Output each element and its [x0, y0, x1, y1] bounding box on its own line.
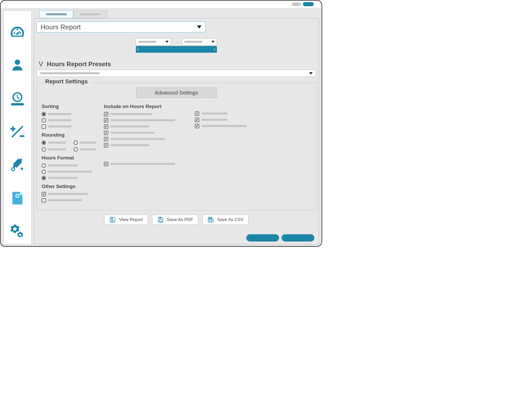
sidebar-item-settings[interactable]: [10, 223, 24, 238]
view-report-button[interactable]: View Report: [104, 215, 148, 225]
sidebar-item-time[interactable]: [9, 90, 26, 108]
option-label-placeholder: [48, 193, 88, 195]
checkbox-icon: [42, 192, 46, 196]
save-icon: [157, 216, 164, 223]
fieldset-legend: Report Settings: [43, 78, 90, 85]
radio-icon: [42, 176, 46, 180]
checkbox-icon: [104, 124, 108, 129]
radio-icon: [74, 141, 78, 145]
option-label-placeholder: [48, 164, 78, 166]
save-pdf-label: Save As PDF: [167, 217, 193, 222]
checkbox-icon: [104, 162, 108, 166]
sidebar-item-dashboard[interactable]: [9, 24, 26, 41]
radio-icon: [42, 112, 46, 116]
footer-button-1[interactable]: [246, 234, 279, 242]
checkbox-icon: [104, 112, 108, 116]
action-buttons: View Report Save As PDF CSV Save As CSV: [37, 215, 316, 225]
hours-format-option-2[interactable]: [42, 175, 104, 181]
footer-buttons: [246, 234, 314, 242]
tabs: [34, 10, 319, 18]
checkbox-icon: [195, 111, 199, 116]
save-csv-label: Save As CSV: [217, 217, 244, 222]
option-label-placeholder: [110, 144, 149, 146]
option-label-placeholder: [201, 112, 227, 115]
sidebar-item-reports[interactable]: [9, 190, 26, 208]
checkbox-icon: [42, 124, 46, 129]
expand-icon: V: [39, 60, 43, 68]
other-option-1[interactable]: [42, 197, 104, 203]
report-settings-fieldset: Report Settings Advanced Settings Sortin…: [37, 83, 316, 210]
hours-format-option-0[interactable]: [42, 162, 104, 169]
option-label-placeholder: [201, 125, 247, 127]
include-option-a3[interactable]: [104, 130, 195, 136]
svg-rect-5: [208, 219, 213, 222]
include-option-a4[interactable]: [104, 136, 195, 142]
sidebar: [3, 10, 32, 245]
view-report-label: View Report: [119, 217, 143, 222]
include-option-b1[interactable]: [195, 117, 262, 123]
advanced-settings-button[interactable]: Advanced Settings: [136, 88, 217, 98]
rounding-option-0[interactable]: [42, 139, 72, 146]
preset-select[interactable]: [37, 70, 316, 77]
include-option-extra[interactable]: [104, 161, 195, 167]
chevron-left-icon[interactable]: ‹: [137, 47, 139, 52]
date-range-bar[interactable]: ‹ ›: [136, 46, 217, 53]
date-from-select[interactable]: [136, 38, 171, 45]
report-panel: Hours Report ‹ ›: [34, 18, 319, 245]
include-option-a0[interactable]: [104, 111, 195, 117]
user-icon: [9, 57, 26, 73]
include-option-a2[interactable]: [104, 123, 195, 130]
clock-wrench-icon: [9, 90, 26, 107]
footer-button-2[interactable]: [282, 234, 314, 242]
include-option-a5[interactable]: [104, 142, 195, 148]
include-option-b2[interactable]: [195, 123, 262, 129]
sorting-option-0[interactable]: [42, 111, 104, 117]
sorting-option-2[interactable]: [42, 123, 104, 130]
tab-2[interactable]: [73, 10, 107, 18]
option-label-placeholder: [110, 132, 155, 134]
tab-1[interactable]: [39, 10, 73, 18]
option-label-placeholder: [201, 119, 227, 121]
gears-icon: [10, 223, 24, 237]
include-option-a1[interactable]: [104, 117, 195, 123]
rounding-option-2[interactable]: [42, 146, 72, 152]
group-label-include: Include on Hours Report: [104, 104, 195, 109]
chevron-down-icon: [309, 72, 313, 75]
save-pdf-button[interactable]: Save As PDF: [152, 215, 198, 225]
titlebar-placeholder-1: [292, 3, 301, 6]
other-option-0[interactable]: [42, 191, 104, 197]
radio-icon: [42, 163, 46, 168]
sidebar-item-user[interactable]: [9, 57, 26, 75]
save-csv-button[interactable]: CSV Save As CSV: [202, 215, 249, 225]
presets-header[interactable]: V Hours Report Presets: [37, 60, 316, 68]
svg-point-0: [15, 59, 20, 65]
radio-icon: [42, 170, 46, 174]
sorting-option-1[interactable]: [42, 117, 104, 123]
chevron-right-icon[interactable]: ›: [214, 47, 215, 52]
titlebar-placeholder-2: [303, 2, 314, 6]
sidebar-item-adjust[interactable]: [9, 123, 26, 141]
checkbox-icon: [104, 131, 108, 135]
presets-title: Hours Report Presets: [47, 61, 111, 68]
report-type-select[interactable]: Hours Report: [37, 22, 205, 32]
group-label-hours-format: Hours Format: [42, 155, 104, 161]
svg-rect-4: [159, 220, 162, 222]
date-to-select[interactable]: [182, 38, 217, 45]
report-icon: [9, 190, 26, 206]
option-label-placeholder: [80, 148, 96, 150]
option-label-placeholder: [48, 142, 66, 144]
hours-format-option-1[interactable]: [42, 169, 104, 175]
checkbox-icon: [104, 137, 108, 141]
option-label-placeholder: [110, 119, 175, 121]
option-label-placeholder: [48, 171, 92, 173]
checkbox-icon: [42, 198, 46, 203]
sidebar-item-tools[interactable]: [9, 157, 26, 174]
radio-icon: [42, 141, 46, 145]
rounding-option-3[interactable]: [74, 146, 104, 152]
report-view-icon: [109, 216, 116, 223]
rounding-option-1[interactable]: [74, 139, 104, 146]
option-label-placeholder: [80, 142, 96, 144]
group-label-rounding: Rounding: [42, 132, 104, 138]
report-type-label: Hours Report: [41, 23, 81, 31]
include-option-b0[interactable]: [195, 110, 262, 117]
